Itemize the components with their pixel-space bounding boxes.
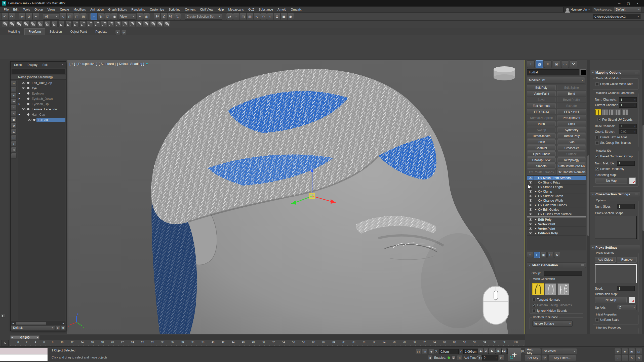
- menubar-item[interactable]: Civil View: [198, 7, 215, 12]
- window-crossing-icon[interactable]: ⊞: [80, 13, 87, 20]
- display-helpers-icon[interactable]: +: [11, 105, 17, 110]
- auto-key-button[interactable]: Auto Key: [525, 348, 541, 354]
- modifier-eye-icon[interactable]: [529, 190, 532, 193]
- map-mode-5-icon[interactable]: [622, 109, 628, 115]
- modifier-stack-row[interactable]: ▶ Ox Strand Length: [527, 185, 586, 189]
- modifier-eye-icon[interactable]: [529, 223, 532, 225]
- modifier-button[interactable]: Chamfer: [527, 145, 556, 151]
- ornatrix-guides-icon[interactable]: [2, 21, 8, 27]
- modifier-stack-row[interactable]: ▶ Ox Clump: [527, 189, 586, 194]
- ornatrix-mirror-icon[interactable]: [129, 21, 135, 27]
- signin-user-menu[interactable]: Hyunsuk Jin ▾: [563, 7, 592, 12]
- motion-tab-icon[interactable]: ◉: [553, 60, 560, 68]
- key-filters-funnel-icon[interactable]: ▽: [542, 355, 547, 361]
- menubar-item[interactable]: Rendering: [129, 7, 147, 12]
- explorer-menu-item[interactable]: Select: [12, 62, 25, 67]
- select-and-manipulate-icon[interactable]: ◎: [143, 13, 150, 20]
- selection-region-icon[interactable]: ▢: [73, 13, 80, 20]
- viewport-filter-icon[interactable]: ▼: [146, 62, 149, 66]
- modifier-button[interactable]: VertexPaint: [527, 91, 556, 96]
- explorer-menu-item[interactable]: Display: [25, 62, 40, 67]
- ornatrix-bake-icon[interactable]: [72, 21, 79, 27]
- ribbon-tab[interactable]: Object Paint: [66, 28, 91, 35]
- expand-caret-icon[interactable]: ▶: [534, 204, 538, 206]
- display-tab-icon[interactable]: ▭: [561, 60, 569, 68]
- perspective-viewport[interactable]: x y z: [67, 60, 525, 334]
- create-tab-icon[interactable]: +: [527, 60, 535, 68]
- scene-object-row[interactable]: ▶ Eyebrow: [18, 91, 65, 96]
- ornatrix-brush-icon[interactable]: [9, 21, 15, 27]
- display-xrefs-icon[interactable]: ⇄: [11, 123, 17, 128]
- selectability-dot-icon[interactable]: [27, 87, 29, 89]
- explorer-menu-item[interactable]: Edit: [40, 62, 50, 67]
- map-mode-4-icon[interactable]: [615, 109, 621, 115]
- modifier-stack-row[interactable]: ▶ Editable Poly: [527, 231, 586, 236]
- modifier-eye-icon[interactable]: [529, 177, 532, 179]
- modifier-stack-row[interactable]: ▶ Ox Change Width: [527, 198, 586, 203]
- counter-badge[interactable]: 0: [452, 356, 456, 360]
- modifier-stack-row[interactable]: ▶ VertexPaint: [527, 227, 586, 231]
- selectability-dot-icon[interactable]: [27, 113, 29, 116]
- modifier-stack-row[interactable]: ▶ Ox Hair from Guides: [527, 203, 586, 207]
- num-channels-spinner[interactable]: 1▴▾: [619, 97, 637, 102]
- expand-caret-icon[interactable]: ▶: [534, 228, 538, 230]
- modifier-stack-row[interactable]: ▶ Ox Surface Comb: [527, 194, 586, 198]
- modifier-stack-row[interactable]: ▶ Ox Strand Frizz: [527, 180, 586, 185]
- scene-object-row[interactable]: ▶ Eyelash_Up: [18, 101, 65, 107]
- display-hidden-icon[interactable]: —: [11, 153, 17, 159]
- select-and-link-icon[interactable]: ∞: [19, 13, 26, 20]
- time-configuration-icon[interactable]: ◷: [499, 355, 504, 360]
- display-containers-icon[interactable]: ◱: [11, 135, 17, 141]
- modifier-button[interactable]: Extrude: [557, 103, 586, 108]
- undo-icon[interactable]: ↶: [2, 13, 8, 20]
- use-center-icon[interactable]: ⌖: [136, 13, 143, 20]
- pan-icon[interactable]: ↔: [621, 355, 628, 361]
- scene-object-row[interactable]: ▶ Edit_Hair_Cap: [18, 80, 65, 85]
- menubar-item[interactable]: Arnold: [275, 7, 289, 12]
- explorer-layer-dropdown[interactable]: Default▾: [11, 326, 55, 330]
- selectability-dot-icon[interactable]: [27, 108, 29, 110]
- expand-caret-icon[interactable]: ▶: [534, 218, 538, 221]
- ornatrix-curves-icon[interactable]: [87, 21, 93, 27]
- modifier-eye-icon[interactable]: [529, 181, 532, 184]
- viewcube-cylinder[interactable]: [494, 66, 515, 80]
- named-selection-set-dropdown[interactable]: Create Selection Set▾: [185, 14, 222, 20]
- rollout-drag-handle[interactable]: [546, 260, 566, 261]
- animation-shield-icon[interactable]: ◆: [428, 355, 433, 360]
- modifier-button[interactable]: CreaseSet: [557, 145, 586, 151]
- expand-caret-icon[interactable]: ▶: [534, 208, 538, 211]
- ornatrix-ground-icon[interactable]: [65, 21, 72, 27]
- scene-object-row[interactable]: ▶ Hair_Cap: [18, 112, 65, 117]
- expand-panel-arrow[interactable]: ▶: [1, 314, 5, 318]
- menubar-item[interactable]: Tools: [21, 7, 32, 12]
- explorer-horizontal-scrollbar[interactable]: ◀ ▶: [11, 322, 65, 325]
- visibility-eye-icon[interactable]: [28, 119, 31, 121]
- maximize-viewport-icon[interactable]: ⊡: [635, 355, 642, 361]
- display-groups-icon[interactable]: ▣: [11, 117, 17, 122]
- visibility-eye-icon[interactable]: [22, 82, 25, 84]
- frame-forward-icon[interactable]: ▶: [37, 336, 38, 339]
- modifier-button[interactable]: Symmetry: [557, 127, 586, 132]
- modifier-button[interactable]: Bend: [557, 91, 586, 96]
- distribution-map-button[interactable]: No Map: [595, 297, 627, 303]
- modifier-eye-icon[interactable]: [529, 195, 532, 197]
- object-color-swatch[interactable]: [580, 69, 586, 75]
- ornatrix-braid-icon[interactable]: [51, 21, 58, 27]
- ribbon-tab[interactable]: Modeling: [4, 28, 24, 35]
- utilities-tab-icon[interactable]: ⚒: [570, 60, 577, 68]
- modifier-button[interactable]: FFD 3x3x3: [527, 109, 556, 114]
- close-button[interactable]: ×: [636, 2, 638, 5]
- enabled-green-dot[interactable]: [448, 356, 450, 359]
- field-of-view-icon[interactable]: ◔: [614, 355, 621, 361]
- redo-icon[interactable]: ↷: [8, 13, 15, 20]
- display-shapes-icon[interactable]: ◫: [11, 87, 17, 92]
- time-tag-icon[interactable]: ◇: [457, 355, 462, 360]
- timeline-ruler[interactable]: 0246810121416182022242628303234363840424…: [10, 340, 525, 346]
- layer-explorer-icon[interactable]: ▤: [240, 13, 247, 20]
- ornatrix-collision-icon[interactable]: [136, 21, 142, 27]
- key-filters-button[interactable]: Key Filters...: [548, 355, 576, 361]
- modifier-button[interactable]: Skin: [557, 139, 586, 145]
- x-coordinate-field[interactable]: 0.0cm▴▾: [439, 349, 459, 354]
- command-panel-scrollbar[interactable]: [587, 60, 590, 334]
- selection-lock-icon[interactable]: ⊠: [422, 349, 428, 354]
